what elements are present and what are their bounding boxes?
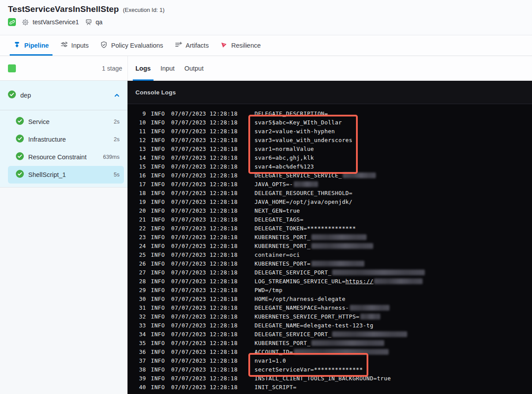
step-row-shellscript-1[interactable]: ShellScript_1 5s (8, 166, 124, 184)
pipeline-icon (13, 41, 21, 50)
log-message: DELEGATE_NAME=delegate-test-123-tg (255, 322, 373, 329)
log-tab-output[interactable]: Output (182, 56, 206, 81)
log-level: INFO (151, 278, 165, 285)
log-line-number: 11 (135, 128, 146, 135)
log-level: INFO (151, 340, 165, 346)
log-message: svar5$abc=Key_WIth_Dollar (255, 119, 342, 126)
log-line: 31 INFO 07/07/2023 12:28:18 DELEGATE_NAM… (127, 303, 532, 312)
stage-group: dep Service 2s Infrastructure 2s Resourc… (0, 81, 127, 188)
step-row-service[interactable]: Service 2s (8, 113, 124, 131)
log-line: 15 INFO 07/07/2023 12:28:18 svar4=abc%de… (127, 162, 532, 171)
log-line-number: 18 (135, 190, 146, 196)
execution-meta-row: testVarsService1 qa (8, 18, 532, 26)
log-message: INIT_SCRIPT= (255, 384, 296, 390)
log-message: DELEGATE_TAGS= (255, 216, 303, 223)
log-timestamp: 07/07/2023 12:28:18 (171, 269, 238, 276)
nav-tab-policy-evaluations[interactable]: Policy Evaluations (97, 35, 167, 56)
log-timestamp: 07/07/2023 12:28:18 (171, 384, 238, 390)
nav-tab-label: Artifacts (186, 42, 209, 49)
stage-status-square-icon (8, 64, 16, 72)
execution-id-label: (Execution Id: 1) (123, 7, 165, 13)
log-level: INFO (151, 384, 165, 390)
log-view-tab-label: Logs (135, 65, 151, 72)
log-line: 20 INFO 07/07/2023 12:28:18 NEXT_GEN=tru… (127, 206, 532, 215)
log-line: 17 INFO 07/07/2023 12:28:18 JAVA_OPTS=- (127, 180, 532, 188)
log-view-tab-label: Input (161, 65, 175, 72)
log-timestamp: 07/07/2023 12:28:18 (171, 357, 238, 364)
environment-icon (85, 19, 92, 26)
log-url-link[interactable]: https:// (345, 278, 373, 285)
module-nav-tabs: Pipeline Inputs Policy Evaluations Artif… (0, 35, 532, 56)
log-timestamp: 07/07/2023 12:28:18 (171, 366, 238, 373)
redacted-value (350, 305, 390, 311)
log-level: INFO (151, 260, 165, 267)
redacted-value (311, 261, 364, 266)
log-timestamp: 07/07/2023 12:28:18 (171, 287, 238, 293)
log-line-number: 24 (135, 243, 146, 249)
log-timestamp: 07/07/2023 12:28:18 (171, 251, 238, 258)
log-line-number: 17 (135, 181, 146, 188)
log-level: INFO (151, 207, 165, 214)
log-line: 13 INFO 07/07/2023 12:28:18 svar1=normal… (127, 144, 532, 153)
log-line-number: 35 (135, 340, 146, 346)
log-line-number: 30 (135, 296, 146, 302)
nav-tab-label: Policy Evaluations (111, 42, 163, 49)
step-duration: 2s (114, 136, 120, 143)
chevron-up-icon[interactable] (113, 92, 120, 99)
log-timestamp: 07/07/2023 12:28:18 (171, 340, 238, 346)
log-timestamp: 07/07/2023 12:28:18 (171, 304, 238, 311)
log-timestamp: 07/07/2023 12:28:18 (171, 260, 238, 267)
log-level: INFO (151, 375, 165, 382)
log-timestamp: 07/07/2023 12:28:18 (171, 190, 238, 196)
log-line-number: 22 (135, 225, 146, 232)
log-line-number: 12 (135, 137, 146, 143)
log-timestamp: 07/07/2023 12:28:18 (171, 181, 238, 188)
log-timestamp: 07/07/2023 12:28:18 (171, 207, 238, 214)
log-message: HOME=/opt/harness-delegate (255, 296, 345, 302)
log-level: INFO (151, 366, 165, 373)
policy-shield-icon (100, 41, 108, 50)
log-line-number: 23 (135, 234, 146, 240)
nav-tab-artifacts[interactable]: Artifacts (171, 35, 212, 56)
log-message: LOG_STREAMING_SERVICE_URL=https:// (255, 278, 423, 285)
log-level: INFO (151, 304, 165, 311)
log-timestamp: 07/07/2023 12:28:18 (171, 234, 238, 240)
log-line: 26 INFO 07/07/2023 12:28:18 KUBERNETES_P… (127, 259, 532, 268)
step-row-infrastructure[interactable]: Infrastructure 2s (8, 131, 124, 148)
nav-tab-resilience[interactable]: Resilience (217, 35, 264, 56)
log-line-number: 34 (135, 331, 146, 338)
log-level: INFO (151, 296, 165, 302)
log-line-number: 10 (135, 119, 146, 126)
log-message: NEXT_GEN=true (255, 207, 300, 214)
log-level: INFO (151, 154, 165, 161)
log-level: INFO (151, 322, 165, 329)
log-timestamp: 07/07/2023 12:28:18 (171, 119, 238, 126)
log-timestamp: 07/07/2023 12:28:18 (171, 375, 238, 382)
nav-tab-pipeline[interactable]: Pipeline (10, 35, 52, 56)
log-level: INFO (151, 357, 165, 364)
log-line-number: 31 (135, 304, 146, 311)
log-line: 11 INFO 07/07/2023 12:28:18 svar2=value-… (127, 127, 532, 135)
log-message: DELEGATE_DESCRIPTION= (255, 110, 328, 117)
log-tab-input[interactable]: Input (158, 56, 177, 81)
log-message: INSTALL_CLIENT_TOOLS_IN_BACKGROUND=true (255, 375, 391, 382)
redacted-value (294, 349, 389, 355)
log-message: DELEGATE_RESOURCE_THRESHOLD= (255, 190, 352, 196)
log-line-number: 37 (135, 357, 146, 364)
nav-tab-label: Pipeline (24, 42, 49, 49)
title-row: TestServiceVarsInShellStep (Execution Id… (8, 4, 532, 14)
log-line-number: 33 (135, 322, 146, 329)
step-row-resource-constraint[interactable]: Resource Constraint 639ms (8, 148, 124, 166)
log-message: DELEGATE_NAMESPACE=harness- (255, 304, 390, 311)
log-tab-logs[interactable]: Logs (133, 56, 154, 81)
log-level: INFO (151, 313, 165, 320)
log-timestamp: 07/07/2023 12:28:18 (171, 349, 238, 355)
log-message: JAVA_HOME=/opt/java/openjdk/ (255, 199, 352, 205)
log-line-number: 15 (135, 163, 146, 170)
log-line: 40 INFO 07/07/2023 12:28:18 INIT_SCRIPT= (127, 383, 532, 391)
log-line: 16 INFO 07/07/2023 12:28:18 DELEGATE_SER… (127, 171, 532, 180)
log-line-number: 38 (135, 366, 146, 373)
nav-tab-inputs[interactable]: Inputs (57, 35, 93, 56)
resilience-chaos-icon (220, 41, 228, 50)
stage-group-row-dep[interactable]: dep (0, 81, 127, 110)
